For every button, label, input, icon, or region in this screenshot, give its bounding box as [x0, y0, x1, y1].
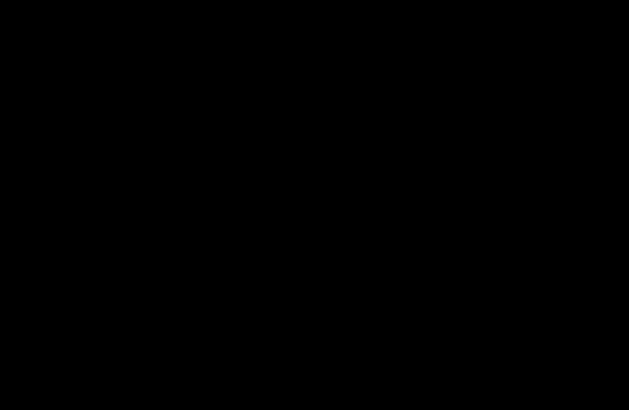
spectrogram-canvas: [0, 0, 629, 410]
hrofft-screen: [0, 0, 629, 410]
